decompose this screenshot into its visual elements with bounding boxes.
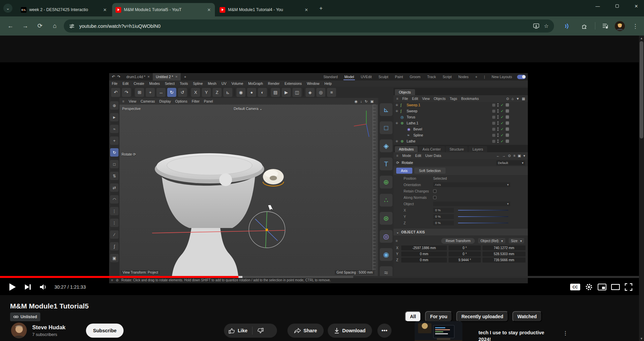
scrollbar-down-arrow[interactable]: ▼ bbox=[639, 336, 644, 341]
c4d-tool-icon: + bbox=[110, 136, 119, 145]
next-button[interactable] bbox=[20, 279, 36, 295]
progress-scrubber[interactable] bbox=[238, 276, 242, 278]
c4d-menu-item: Spline bbox=[193, 81, 203, 86]
c4d-palette-icon: ◎ bbox=[380, 230, 393, 243]
fullscreen-button[interactable] bbox=[625, 283, 633, 291]
c4d-menu-item: Extensions bbox=[285, 81, 302, 86]
filter-chip[interactable]: Watched bbox=[512, 311, 542, 322]
subscribe-button[interactable]: Subscribe bbox=[86, 324, 124, 338]
filter-chip[interactable]: Recently uploaded bbox=[456, 311, 508, 322]
install-icon[interactable] bbox=[531, 23, 541, 29]
c4d-new-layouts-label: New Layouts bbox=[489, 74, 515, 80]
c4d-toolbar-icon: Z bbox=[213, 88, 222, 97]
objects-panel-tabs: Objects bbox=[394, 88, 528, 95]
c4d-menu-item: Edit bbox=[123, 81, 129, 86]
bookmark-star-icon[interactable]: ☆ bbox=[541, 23, 551, 29]
tab-close-icon[interactable]: ✕ bbox=[206, 7, 212, 12]
layer-toggle bbox=[492, 104, 495, 107]
c4d-tool-icon: ⋮ bbox=[110, 207, 119, 215]
tab-close-icon[interactable]: ✕ bbox=[102, 7, 107, 12]
more-actions-button[interactable]: ••• bbox=[377, 324, 392, 338]
c4d-tool-icon: ▣ bbox=[110, 254, 119, 262]
c4d-layout-tab: Paint bbox=[392, 74, 406, 80]
browser-tab-tutorial4[interactable]: M&M Module1 Tutorial4 - You ✕ bbox=[216, 3, 312, 16]
like-button[interactable]: Like bbox=[224, 328, 252, 334]
layer-toggle bbox=[492, 134, 495, 137]
scrollbar-up-arrow[interactable]: ▲ bbox=[639, 36, 644, 41]
home-button[interactable]: ⌂ bbox=[49, 20, 60, 32]
forward-button[interactable]: → bbox=[19, 20, 31, 32]
c4d-toolbar-icon: ◎ bbox=[316, 88, 325, 97]
c4d-new-document-icon: + bbox=[181, 75, 189, 79]
c4d-tool-icon: ⊕ bbox=[110, 101, 119, 110]
viewport-menu-item: Panel bbox=[204, 99, 213, 103]
recommended-menu-icon[interactable]: ⋮ bbox=[563, 330, 568, 336]
window-close-button[interactable]: ✕ bbox=[629, 0, 644, 12]
channel-name[interactable]: Steve Hudak bbox=[32, 324, 65, 331]
browser-tab-active[interactable]: M&M Module1 Tutorial5 - YouT ✕ bbox=[112, 3, 215, 16]
back-button[interactable]: ← bbox=[5, 20, 16, 32]
viewport-menu-item: View bbox=[129, 99, 136, 103]
tab-search-button[interactable]: ⌄ bbox=[3, 4, 12, 13]
tag-icon bbox=[506, 127, 509, 131]
browser-menu-icon[interactable]: ⋮ bbox=[630, 21, 641, 32]
objects-menu-item: Tags bbox=[450, 97, 457, 101]
video-progress-bar[interactable] bbox=[0, 276, 644, 278]
recommended-thumbnail[interactable] bbox=[415, 321, 462, 341]
media-controls-icon[interactable] bbox=[600, 21, 611, 32]
extensions-icon[interactable] bbox=[579, 21, 590, 32]
c4d-toolbar-icon: ≡ bbox=[327, 88, 336, 97]
new-tab-button[interactable]: + bbox=[317, 4, 325, 12]
object-tree-item: ◎ Torus ✓ bbox=[394, 114, 528, 120]
attr-row-along-normals: Along Normals bbox=[394, 194, 528, 201]
site-settings-icon[interactable] bbox=[69, 23, 75, 29]
scrollbar-thumb[interactable] bbox=[640, 41, 643, 138]
reset-transform-button: Reset Transform bbox=[441, 238, 475, 244]
c4d-menu-item: Help bbox=[324, 81, 332, 86]
page-scrollbar[interactable]: ▲ ▼ bbox=[639, 36, 644, 341]
theater-mode-button[interactable] bbox=[611, 284, 620, 290]
panel-burger-icon: ≡ bbox=[396, 239, 398, 243]
c4d-right-panels: Objects ≡ File Edit View Objects Tags Bo… bbox=[394, 88, 528, 283]
attr-row-orientation: Orientation Axis▾ bbox=[394, 181, 528, 188]
c4d-menu-item: Mesh bbox=[208, 81, 217, 86]
filter-chip[interactable]: For you bbox=[425, 311, 452, 322]
object-tree-item: ⊕ ʃ Sweep ✓ bbox=[394, 108, 528, 114]
filter-chip[interactable]: All bbox=[405, 311, 421, 322]
c4d-layout-tab: Nodes bbox=[455, 74, 471, 80]
window-minimize-button[interactable]: — bbox=[590, 0, 605, 12]
recommended-title[interactable]: tech I use to stay productive 2024! bbox=[478, 329, 559, 341]
url-text[interactable]: youtube.com/watch?v=h1iuQWOblN0 bbox=[79, 23, 531, 29]
window-maximize-button[interactable] bbox=[609, 0, 625, 12]
subtitles-button[interactable]: CC bbox=[570, 284, 580, 290]
c4d-toolbar-icon: ◉ bbox=[236, 88, 245, 97]
mouse-cursor bbox=[268, 205, 273, 211]
volume-button[interactable] bbox=[36, 279, 51, 295]
c4d-tool-icon: ⇄ bbox=[110, 183, 119, 192]
miniplayer-button[interactable] bbox=[598, 284, 606, 290]
attributes-menu-icon: ⊙ bbox=[508, 154, 511, 158]
progress-played bbox=[0, 276, 238, 278]
download-icon bbox=[334, 328, 339, 334]
video-player[interactable]: ↶↷ drum1.c4d *✕Untitled 2 *✕ + StandardM… bbox=[0, 62, 644, 295]
c4d-viewport-menu: ≡ View Cameras Display Options Filter Pa… bbox=[120, 98, 378, 105]
play-button[interactable] bbox=[5, 279, 20, 295]
address-bar[interactable]: youtube.com/watch?v=h1iuQWOblN0 ☆ bbox=[64, 19, 554, 33]
channel-avatar[interactable] bbox=[11, 323, 27, 338]
youtube-header bbox=[0, 36, 644, 62]
c4d-toolbar-icon: ↶ bbox=[111, 88, 120, 97]
settings-button[interactable] bbox=[585, 283, 593, 291]
reload-button[interactable]: ⟳ bbox=[34, 20, 46, 32]
visibility-dots bbox=[497, 103, 499, 107]
browser-profile-avatar[interactable] bbox=[614, 21, 625, 32]
browser-tab-d2l[interactable]: D2L week 2 - DESN27425 Interactio ✕ bbox=[17, 3, 111, 16]
c4d-undo-icon: ↶ bbox=[112, 74, 115, 79]
reading-mode-icon[interactable] bbox=[561, 21, 572, 32]
tab-close-icon[interactable]: ✕ bbox=[304, 7, 309, 12]
attributes-menu-item: Edit bbox=[415, 154, 421, 158]
attributes-menu-item: Mode bbox=[402, 154, 411, 158]
dislike-button[interactable] bbox=[252, 328, 268, 334]
share-button[interactable]: Share bbox=[287, 324, 324, 338]
viewport-burger-icon: ≡ bbox=[122, 99, 124, 103]
download-button[interactable]: Download bbox=[328, 324, 372, 338]
